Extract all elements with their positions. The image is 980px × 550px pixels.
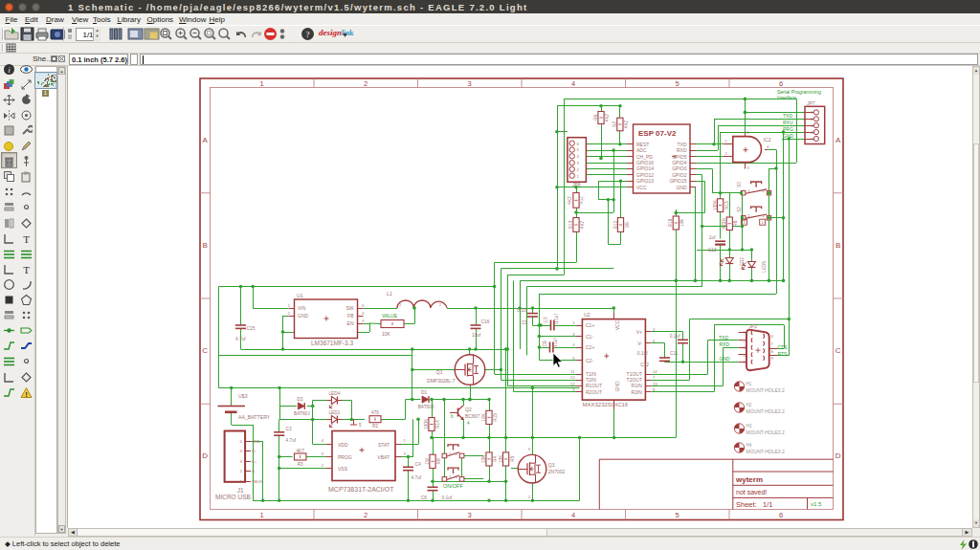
svg-text:4: 4 [362,311,365,316]
svg-text:R6: R6 [593,115,598,121]
svg-text:D3: D3 [297,397,302,402]
svg-text:2: 2 [456,451,458,456]
svg-text:C2+: C2+ [586,344,594,350]
svg-text:1: 1 [260,79,264,88]
svg-text:C1+: C1+ [586,322,594,328]
svg-text:6: 6 [779,79,783,88]
svg-text:R14: R14 [435,420,440,429]
svg-text:v1.5: v1.5 [811,501,822,507]
svg-text:0R: 0R [625,221,630,228]
svg-text:5: 5 [359,423,362,428]
svg-text:7: 7 [653,375,656,380]
svg-text:AA_BATTERY: AA_BATTERY [238,414,271,420]
svg-text:Q2: Q2 [465,407,472,412]
svg-text:C13: C13 [708,248,717,253]
svg-text:0.1uf: 0.1uf [442,495,453,500]
svg-text:not saved!: not saved! [736,489,767,495]
svg-text:2: 2 [456,474,458,479]
svg-text:1: 1 [260,511,264,519]
svg-text:R18: R18 [668,218,673,227]
svg-text:Sheet:: Sheet: [736,500,757,509]
svg-text:3: 3 [404,451,407,456]
svg-text:LED1: LED1 [328,410,340,415]
svg-text:GPIO14: GPIO14 [636,165,654,171]
svg-text:GPIO0: GPIO0 [672,165,687,171]
svg-text:R7: R7 [612,121,617,127]
svg-text:3: 3 [747,165,750,170]
svg-text:ID: ID [252,449,256,453]
svg-text:BC807: BC807 [465,413,480,419]
svg-text:5: 5 [676,511,679,519]
svg-text:3: 3 [468,79,472,88]
svg-text:5: 5 [362,303,365,308]
svg-text:wyterm: wyterm [735,475,763,484]
svg-text:MCP73831T-2ACI/OT: MCP73831T-2ACI/OT [328,486,394,493]
svg-text:1: 1 [404,438,407,443]
svg-text:L1: L1 [387,291,392,297]
svg-text:GPIO5: GPIO5 [672,154,687,160]
svg-text:J1: J1 [237,487,244,494]
svg-text:S3: S3 [737,182,742,187]
svg-text:VCC: VCC [614,319,620,330]
svg-text:5: 5 [676,79,679,88]
svg-text:R1IN: R1IN [632,383,643,388]
svg-text:R4: R4 [493,456,498,462]
svg-text:GND: GND [676,185,687,190]
svg-text:GPIO2: GPIO2 [672,172,687,178]
svg-text:2: 2 [439,302,442,307]
svg-text:9: 9 [771,356,774,361]
svg-text:0.1uf: 0.1uf [517,308,527,313]
svg-text:R9: R9 [436,458,441,464]
svg-text:R5: R5 [510,456,515,462]
svg-text:ON/OFF: ON/OFF [443,483,463,489]
svg-text:4: 4 [767,144,769,149]
svg-text:S2: S2 [737,207,742,212]
svg-text:8: 8 [771,349,774,354]
svg-text:13: 13 [653,382,657,386]
svg-text:2: 2 [364,79,368,88]
svg-text:SW: SW [345,305,353,311]
svg-text:0.1uf: 0.1uf [670,334,680,339]
svg-text:LED2: LED2 [740,257,745,269]
svg-text:GND: GND [614,381,620,392]
svg-text:R3: R3 [298,462,303,467]
svg-text:4K7: 4K7 [568,196,572,205]
svg-text:C7: C7 [544,317,548,322]
svg-text:T2OUT: T2OUT [627,377,642,383]
svg-text:RXD: RXD [677,147,687,153]
svg-text:D: D [835,451,841,460]
svg-text:ADC: ADC [636,147,647,153]
svg-text:2N7002: 2N7002 [548,469,566,474]
svg-text:D: D [202,451,208,460]
svg-text:0.1uf: 0.1uf [554,313,559,323]
svg-text:0.1uf: 0.1uf [553,337,558,347]
svg-text:A: A [835,136,841,144]
svg-text:EN: EN [347,320,354,326]
svg-text:H2: H2 [746,403,752,407]
svg-text:i: i [8,65,10,74]
svg-text:JP7: JP7 [807,100,815,106]
svg-text:LED4: LED4 [328,391,340,396]
svg-text:12: 12 [570,382,575,386]
svg-text:1: 1 [725,139,728,143]
svg-text:TXD: TXD [678,142,687,147]
svg-text:A: A [203,136,209,144]
svg-text:R12: R12 [613,220,618,229]
svg-text:JP8: JP8 [572,182,581,187]
svg-text:VIN: VIN [298,305,306,311]
svg-text:C11: C11 [670,351,679,356]
svg-text:VSS: VSS [338,466,348,472]
svg-text:0.1uf: 0.1uf [637,351,648,356]
svg-text:REST: REST [636,142,649,147]
svg-text:2: 2 [364,511,368,519]
svg-text:GND: GND [720,356,731,362]
svg-text:GND: GND [783,133,794,139]
svg-text:C1-: C1- [586,334,593,340]
svg-text:4: 4 [572,342,575,347]
svg-text:14: 14 [653,369,657,374]
svg-text:4: 4 [762,220,765,225]
svg-text:2: 2 [528,495,531,499]
svg-text:1M: 1M [425,458,430,465]
svg-text:GPIO4: GPIO4 [672,160,687,165]
svg-text:C15: C15 [247,326,256,331]
